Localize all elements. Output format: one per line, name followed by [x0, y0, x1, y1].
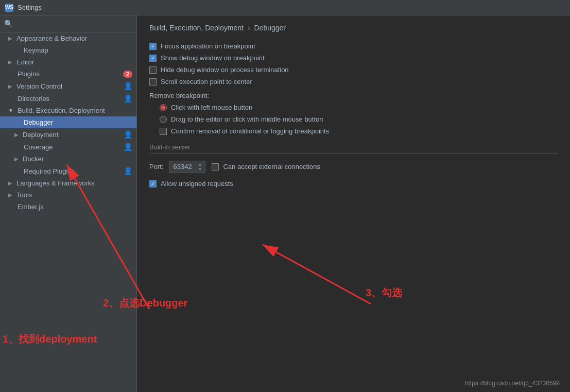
sidebar-label-plugins: Plugins: [18, 70, 40, 78]
sidebar-item-coverage[interactable]: Coverage👤: [0, 141, 136, 153]
breadcrumb: Build, Execution, Deployment › Debugger: [149, 24, 558, 32]
checkbox-label-focus-app: Focus application on breakpoint: [161, 42, 255, 50]
sidebar-label-editor: Editor: [16, 58, 34, 66]
breadcrumb-part1: Build, Execution, Deployment: [149, 24, 244, 32]
sidebar-search[interactable]: 🔍: [0, 15, 136, 32]
sidebar-item-keymap[interactable]: Keymap: [0, 44, 136, 56]
checkbox-row-scroll-exec[interactable]: Scroll execution point to center: [149, 78, 558, 86]
sidebar-label-docker: Docker: [23, 155, 44, 163]
sidebar-item-languages[interactable]: ▶Languages & Frameworks: [0, 177, 136, 189]
checkbox-label-confirm-removal: Confirm removal of conditional or loggin…: [171, 127, 329, 135]
sidebar-label-version-control: Version Control: [16, 82, 62, 90]
radio-label-drag-editor: Drag to the editor or click with middle …: [171, 115, 323, 123]
breadcrumb-separator: ›: [248, 24, 250, 32]
port-label: Port:: [149, 163, 163, 171]
checkbox-label-hide-debug: Hide debug window on process termination: [161, 66, 289, 74]
port-row: Port: 63342 ▲▼ Can accept external conne…: [149, 159, 558, 175]
expand-arrow-build-exec: ▼: [8, 108, 13, 113]
checkbox-row-hide-debug[interactable]: Hide debug window on process termination: [149, 66, 558, 74]
radio-row-click-left[interactable]: Click with left mouse button: [160, 104, 558, 111]
sidebar-label-tools: Tools: [16, 191, 32, 199]
checkbox-confirm-removal[interactable]: [160, 128, 167, 135]
search-icon: 🔍: [4, 20, 132, 28]
expand-arrow-languages: ▶: [8, 180, 12, 186]
checkbox-allow-unsigned[interactable]: [149, 180, 157, 188]
checkbox-label-allow-unsigned: Allow unsigned requests: [161, 180, 233, 188]
breadcrumb-part2: Debugger: [254, 24, 286, 32]
titlebar: WS Settings: [0, 0, 570, 15]
sidebar-label-languages: Languages & Frameworks: [16, 179, 95, 187]
checkbox-row-focus-app[interactable]: Focus application on breakpoint: [149, 42, 558, 50]
checkbox-show-debug[interactable]: [149, 55, 157, 62]
expand-arrow-deployment: ▶: [14, 132, 19, 138]
port-input[interactable]: 63342 ▲▼: [169, 161, 205, 173]
sidebar-item-build-exec[interactable]: ▼Build, Execution, Deployment: [0, 105, 136, 116]
remove-breakpoint-label: Remove breakpoint:: [149, 92, 558, 99]
sidebar-item-debugger[interactable]: Debugger: [0, 116, 136, 128]
can-accept-checkbox: [212, 163, 219, 171]
expand-arrow-tools: ▶: [8, 192, 12, 198]
person-icon-directories: 👤: [124, 94, 132, 103]
sidebar-item-docker[interactable]: ▶Docker: [0, 153, 136, 165]
can-accept-row: Can accept external connections: [212, 163, 320, 171]
sidebar-label-debugger: Debugger: [24, 118, 53, 126]
port-value: 63342: [173, 163, 192, 171]
sidebar-item-emberjs[interactable]: Ember.js: [0, 201, 136, 213]
checkbox-row-show-debug[interactable]: Show debug window on breakpoint: [149, 54, 558, 62]
sidebar-label-coverage: Coverage: [24, 143, 53, 151]
person-icon-deployment: 👤: [124, 130, 132, 139]
port-spinners[interactable]: ▲▼: [198, 162, 202, 172]
checkbox-scroll-exec[interactable]: [149, 78, 157, 86]
expand-arrow-version-control: ▶: [8, 83, 12, 89]
sidebar-item-plugins[interactable]: Plugins2: [0, 68, 136, 80]
person-icon-required-plugins: 👤: [124, 167, 132, 175]
sidebar-label-directories: Directories: [18, 95, 49, 103]
confirm-removal-container: Confirm removal of conditional or loggin…: [149, 127, 558, 135]
sidebar-label-keymap: Keymap: [24, 46, 48, 54]
can-accept-label: Can accept external connections: [223, 163, 320, 171]
window-title: Settings: [18, 4, 42, 11]
sidebar-item-editor[interactable]: ▶Editor: [0, 56, 136, 68]
badge-plugins: 2: [123, 71, 132, 78]
checkboxes-container: Focus application on breakpoint Show deb…: [149, 42, 558, 86]
checkbox-label-scroll-exec: Scroll execution point to center: [161, 78, 252, 86]
content-area: Build, Execution, Deployment › Debugger …: [137, 15, 570, 392]
sidebar-label-required-plugins: Required Plugins: [24, 167, 75, 175]
sidebar-label-emberjs: Ember.js: [18, 203, 44, 211]
sidebar-label-build-exec: Build, Execution, Deployment: [18, 107, 105, 114]
sidebar-item-appearance[interactable]: ▶Appearance & Behavior: [0, 32, 136, 44]
expand-arrow-editor: ▶: [8, 59, 12, 65]
radio-drag-editor[interactable]: [160, 116, 167, 123]
checkbox-row-allow-unsigned[interactable]: Allow unsigned requests: [149, 180, 558, 188]
expand-arrow-appearance: ▶: [8, 36, 12, 41]
checkbox-focus-app[interactable]: [149, 43, 157, 50]
radio-label-click-left: Click with left mouse button: [171, 104, 252, 111]
sidebar-label-deployment: Deployment: [23, 131, 58, 139]
builtin-server-section: Built-in server: [149, 143, 558, 154]
sidebar-item-tools[interactable]: ▶Tools: [0, 189, 136, 201]
checkbox-label-show-debug: Show debug window on breakpoint: [161, 54, 265, 62]
radio-row-drag-editor[interactable]: Drag to the editor or click with middle …: [160, 115, 558, 123]
app-icon: WS: [5, 4, 13, 12]
radio-container: Click with left mouse button Drag to the…: [149, 104, 558, 123]
radio-click-left[interactable]: [160, 104, 167, 111]
sidebar: 🔍 ▶Appearance & BehaviorKeymap▶EditorPlu…: [0, 15, 137, 392]
sidebar-item-version-control[interactable]: ▶Version Control👤: [0, 80, 136, 92]
checkbox-hide-debug[interactable]: [149, 66, 157, 74]
sidebar-item-deployment[interactable]: ▶Deployment👤: [0, 128, 136, 141]
person-icon-version-control: 👤: [124, 82, 132, 90]
main-layout: 🔍 ▶Appearance & BehaviorKeymap▶EditorPlu…: [0, 15, 570, 392]
checkbox-row-confirm-removal[interactable]: Confirm removal of conditional or loggin…: [160, 127, 558, 135]
person-icon-coverage: 👤: [124, 143, 132, 151]
sidebar-item-required-plugins[interactable]: Required Plugins👤: [0, 165, 136, 177]
sidebar-item-directories[interactable]: Directories👤: [0, 92, 136, 105]
allow-unsigned-container: Allow unsigned requests: [149, 180, 558, 188]
expand-arrow-docker: ▶: [14, 156, 19, 162]
sidebar-items-container: ▶Appearance & BehaviorKeymap▶EditorPlugi…: [0, 32, 136, 213]
sidebar-label-appearance: Appearance & Behavior: [16, 35, 87, 42]
